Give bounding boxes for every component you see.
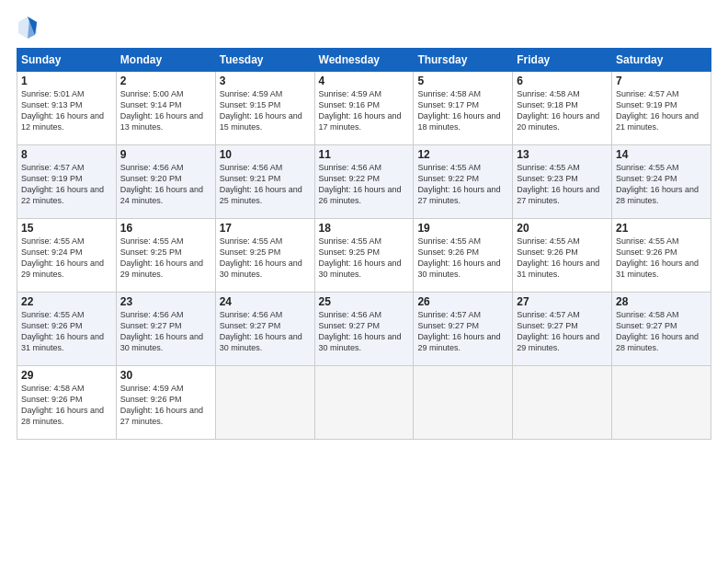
calendar-cell: 27Sunrise: 4:57 AM Sunset: 9:27 PM Dayli… [513,293,612,366]
day-number: 25 [319,295,410,308]
day-info: Sunrise: 4:59 AM Sunset: 9:26 PM Dayligh… [120,383,211,428]
day-info: Sunrise: 4:55 AM Sunset: 9:25 PM Dayligh… [120,236,211,281]
day-number: 29 [21,369,112,382]
day-number: 6 [517,75,608,87]
header [17,15,711,40]
calendar-cell: 4Sunrise: 4:59 AM Sunset: 9:16 PM Daylig… [314,72,414,145]
calendar-cell: 7Sunrise: 4:57 AM Sunset: 9:19 PM Daylig… [612,72,711,145]
day-info: Sunrise: 4:55 AM Sunset: 9:25 PM Dayligh… [319,236,410,281]
day-number: 17 [220,222,311,235]
day-info: Sunrise: 5:00 AM Sunset: 9:14 PM Dayligh… [120,88,211,133]
day-number: 26 [417,295,508,308]
calendar-cell [414,366,513,440]
logo [17,15,42,40]
day-number: 19 [417,222,508,235]
calendar-cell: 17Sunrise: 4:55 AM Sunset: 9:25 PM Dayli… [215,219,314,293]
header-row: SundayMondayTuesdayWednesdayThursdayFrid… [17,49,711,72]
calendar-cell: 10Sunrise: 4:56 AM Sunset: 9:21 PM Dayli… [215,145,314,219]
week-row-4: 22Sunrise: 4:55 AM Sunset: 9:26 PM Dayli… [17,293,711,366]
header-wednesday: Wednesday [314,49,414,72]
calendar-cell: 13Sunrise: 4:55 AM Sunset: 9:23 PM Dayli… [513,145,612,219]
calendar-cell: 6Sunrise: 4:58 AM Sunset: 9:18 PM Daylig… [513,72,612,145]
day-number: 4 [319,75,410,87]
day-info: Sunrise: 4:56 AM Sunset: 9:22 PM Dayligh… [319,162,410,207]
day-info: Sunrise: 4:56 AM Sunset: 9:20 PM Dayligh… [120,162,211,207]
day-number: 9 [120,148,211,161]
day-info: Sunrise: 4:58 AM Sunset: 9:17 PM Dayligh… [417,88,508,133]
day-number: 24 [220,295,311,308]
calendar-cell: 3Sunrise: 4:59 AM Sunset: 9:15 PM Daylig… [215,72,314,145]
day-number: 3 [220,75,311,87]
day-info: Sunrise: 4:55 AM Sunset: 9:26 PM Dayligh… [517,236,608,281]
calendar-cell: 11Sunrise: 4:56 AM Sunset: 9:22 PM Dayli… [314,145,414,219]
day-info: Sunrise: 4:56 AM Sunset: 9:27 PM Dayligh… [220,309,311,354]
day-number: 14 [616,148,707,161]
day-info: Sunrise: 4:58 AM Sunset: 9:18 PM Dayligh… [517,88,608,133]
logo-icon [17,15,39,40]
day-number: 5 [417,75,508,87]
calendar-cell: 15Sunrise: 4:55 AM Sunset: 9:24 PM Dayli… [17,219,117,293]
day-number: 20 [517,222,608,235]
day-info: Sunrise: 5:01 AM Sunset: 9:13 PM Dayligh… [21,88,112,133]
calendar-cell: 14Sunrise: 4:55 AM Sunset: 9:24 PM Dayli… [612,145,711,219]
day-number: 18 [319,222,410,235]
day-number: 12 [417,148,508,161]
day-number: 21 [616,222,707,235]
day-number: 23 [120,295,211,308]
day-info: Sunrise: 4:55 AM Sunset: 9:23 PM Dayligh… [517,162,608,207]
calendar-cell [513,366,612,440]
calendar-cell: 29Sunrise: 4:58 AM Sunset: 9:26 PM Dayli… [17,366,117,440]
calendar-cell: 9Sunrise: 4:56 AM Sunset: 9:20 PM Daylig… [116,145,215,219]
week-row-2: 8Sunrise: 4:57 AM Sunset: 9:19 PM Daylig… [17,145,711,219]
week-row-3: 15Sunrise: 4:55 AM Sunset: 9:24 PM Dayli… [17,219,711,293]
day-number: 28 [616,295,707,308]
calendar-cell: 30Sunrise: 4:59 AM Sunset: 9:26 PM Dayli… [116,366,215,440]
calendar-cell: 8Sunrise: 4:57 AM Sunset: 9:19 PM Daylig… [17,145,117,219]
day-info: Sunrise: 4:55 AM Sunset: 9:26 PM Dayligh… [21,309,112,354]
header-thursday: Thursday [414,49,513,72]
calendar-cell: 22Sunrise: 4:55 AM Sunset: 9:26 PM Dayli… [17,293,117,366]
calendar-cell: 16Sunrise: 4:55 AM Sunset: 9:25 PM Dayli… [116,219,215,293]
day-info: Sunrise: 4:55 AM Sunset: 9:25 PM Dayligh… [220,236,311,281]
calendar-cell [314,366,414,440]
day-info: Sunrise: 4:57 AM Sunset: 9:19 PM Dayligh… [21,162,112,207]
calendar-cell [612,366,711,440]
day-number: 22 [21,295,112,308]
day-number: 1 [21,75,112,87]
calendar-table: SundayMondayTuesdayWednesdayThursdayFrid… [17,48,711,440]
day-number: 30 [120,369,211,382]
day-info: Sunrise: 4:56 AM Sunset: 9:27 PM Dayligh… [319,309,410,354]
day-number: 8 [21,148,112,161]
header-saturday: Saturday [612,49,711,72]
day-number: 2 [120,75,211,87]
calendar-cell: 24Sunrise: 4:56 AM Sunset: 9:27 PM Dayli… [215,293,314,366]
calendar-cell: 12Sunrise: 4:55 AM Sunset: 9:22 PM Dayli… [414,145,513,219]
day-info: Sunrise: 4:55 AM Sunset: 9:26 PM Dayligh… [417,236,508,281]
day-number: 7 [616,75,707,87]
header-sunday: Sunday [17,49,117,72]
day-info: Sunrise: 4:56 AM Sunset: 9:27 PM Dayligh… [120,309,211,354]
day-number: 16 [120,222,211,235]
calendar-cell [215,366,314,440]
calendar-cell: 26Sunrise: 4:57 AM Sunset: 9:27 PM Dayli… [414,293,513,366]
day-info: Sunrise: 4:56 AM Sunset: 9:21 PM Dayligh… [220,162,311,207]
day-number: 11 [319,148,410,161]
page: SundayMondayTuesdayWednesdayThursdayFrid… [0,0,728,563]
day-info: Sunrise: 4:55 AM Sunset: 9:24 PM Dayligh… [21,236,112,281]
calendar-cell: 28Sunrise: 4:58 AM Sunset: 9:27 PM Dayli… [612,293,711,366]
header-monday: Monday [116,49,215,72]
header-friday: Friday [513,49,612,72]
day-info: Sunrise: 4:55 AM Sunset: 9:26 PM Dayligh… [616,236,707,281]
day-info: Sunrise: 4:57 AM Sunset: 9:19 PM Dayligh… [616,88,707,133]
calendar-cell: 21Sunrise: 4:55 AM Sunset: 9:26 PM Dayli… [612,219,711,293]
calendar-cell: 5Sunrise: 4:58 AM Sunset: 9:17 PM Daylig… [414,72,513,145]
day-info: Sunrise: 4:55 AM Sunset: 9:22 PM Dayligh… [417,162,508,207]
day-number: 15 [21,222,112,235]
calendar-cell: 23Sunrise: 4:56 AM Sunset: 9:27 PM Dayli… [116,293,215,366]
header-tuesday: Tuesday [215,49,314,72]
calendar-cell: 1Sunrise: 5:01 AM Sunset: 9:13 PM Daylig… [17,72,117,145]
calendar-cell: 18Sunrise: 4:55 AM Sunset: 9:25 PM Dayli… [314,219,414,293]
week-row-5: 29Sunrise: 4:58 AM Sunset: 9:26 PM Dayli… [17,366,711,440]
day-number: 27 [517,295,608,308]
calendar-cell: 25Sunrise: 4:56 AM Sunset: 9:27 PM Dayli… [314,293,414,366]
